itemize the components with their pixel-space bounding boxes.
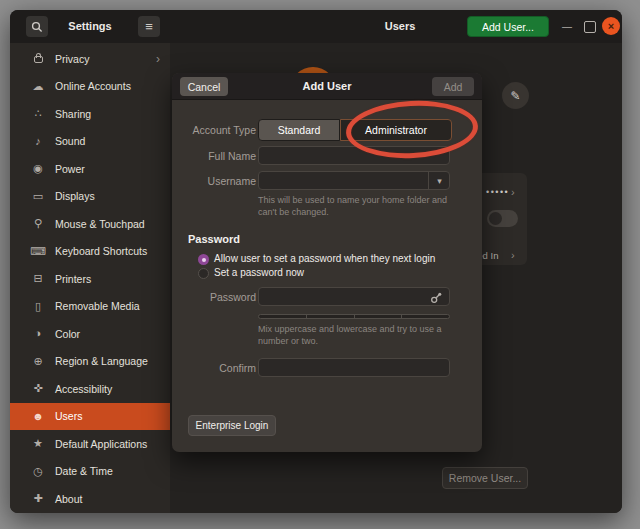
music-note-icon: ♪	[30, 136, 46, 147]
hamburger-menu-icon: ≡	[145, 19, 153, 34]
account-type-standard-button[interactable]: Standard	[258, 119, 340, 141]
remove-user-button[interactable]: Remove User...	[442, 467, 528, 489]
password-input[interactable]	[258, 287, 450, 306]
globe-icon: ⊕	[30, 356, 46, 367]
mouse-icon: ⚲	[30, 218, 46, 229]
chevron-right-icon: ›	[511, 249, 515, 261]
password-dots: •••••	[486, 187, 509, 197]
pencil-icon: ✎	[510, 89, 520, 103]
sidebar-item-sharing[interactable]: ∴ Sharing	[10, 100, 170, 128]
chevron-right-icon: ›	[511, 186, 515, 198]
printer-icon: ⊟	[30, 273, 46, 284]
add-user-button[interactable]: Add User...	[467, 16, 549, 37]
sidebar-item-privacy[interactable]: Privacy ›	[10, 45, 170, 73]
cancel-button[interactable]: Cancel	[180, 77, 228, 96]
lock-icon	[30, 52, 46, 65]
radio-set-password-now[interactable]	[198, 268, 209, 279]
sidebar-item-sound[interactable]: ♪ Sound	[10, 128, 170, 156]
radio-set-password-next-login[interactable]	[198, 254, 209, 265]
keyboard-icon: ⌨	[30, 246, 46, 257]
sidebar-item-region-language[interactable]: ⊕ Region & Language	[10, 348, 170, 376]
sidebar-item-color[interactable]: ◑ Color	[10, 320, 170, 348]
password-label: Password	[172, 291, 256, 303]
username-dropdown-button[interactable]: ▾	[428, 171, 450, 190]
sidebar-item-users[interactable]: ☻ Users	[10, 403, 170, 431]
monitor-icon: ▭	[30, 191, 46, 202]
sidebar-item-online-accounts[interactable]: ☁ Online Accounts	[10, 73, 170, 101]
username-label: Username	[172, 175, 256, 187]
full-name-label: Full Name	[172, 150, 256, 162]
sidebar-item-mouse-touchpad[interactable]: ⚲ Mouse & Touchpad	[10, 210, 170, 238]
sidebar-item-displays[interactable]: ▭ Displays	[10, 183, 170, 211]
account-type-label: Account Type	[172, 124, 256, 136]
edit-avatar-button[interactable]: ✎	[502, 82, 529, 109]
confirm-label: Confirm	[172, 362, 256, 374]
cloud-icon: ☁	[30, 81, 46, 92]
username-hint: This will be used to name your home fold…	[258, 194, 456, 218]
password-section-title: Password	[188, 233, 240, 245]
sidebar: Privacy › ☁ Online Accounts ∴ Sharing ♪ …	[10, 43, 170, 513]
radio-label-password-now: Set a password now	[214, 267, 304, 278]
radio-label-next-login: Allow user to set a password when they n…	[214, 253, 435, 264]
generate-password-icon	[430, 291, 443, 304]
power-icon: ◉	[30, 163, 46, 174]
clock-icon: ◷	[30, 466, 46, 477]
close-button[interactable]: ×	[602, 17, 620, 35]
password-strength-meter	[258, 314, 450, 319]
generate-password-button[interactable]	[430, 290, 444, 304]
accessibility-icon: ✜	[30, 383, 46, 394]
sidebar-item-about[interactable]: ✚ About	[10, 485, 170, 513]
settings-window: Settings ≡ Users Add User... — × Privacy…	[10, 10, 622, 513]
chevron-down-icon: ▾	[437, 176, 442, 186]
sidebar-item-printers[interactable]: ⊟ Printers	[10, 265, 170, 293]
share-icon: ∴	[30, 108, 46, 119]
maximize-button[interactable]	[584, 21, 596, 33]
color-wheel-icon: ◑	[30, 328, 46, 339]
toggle-knob	[489, 212, 502, 225]
sidebar-item-removable-media[interactable]: ▯ Removable Media	[10, 293, 170, 321]
username-input[interactable]	[258, 171, 450, 190]
automatic-login-toggle[interactable]	[487, 210, 518, 227]
sidebar-item-accessibility[interactable]: ✜ Accessibility	[10, 375, 170, 403]
dialog-header: Add User Cancel Add	[172, 73, 482, 100]
sidebar-item-keyboard-shortcuts[interactable]: ⌨ Keyboard Shortcuts	[10, 238, 170, 266]
hamburger-menu-button[interactable]: ≡	[138, 16, 160, 37]
sidebar-item-power[interactable]: ◉ Power	[10, 155, 170, 183]
sidebar-item-default-applications[interactable]: ★ Default Applications	[10, 430, 170, 458]
enterprise-login-button[interactable]: Enterprise Login	[188, 415, 276, 436]
usb-drive-icon: ▯	[30, 301, 46, 312]
starburst-icon: ✚	[30, 493, 46, 504]
password-hint: Mix uppercase and lowercase and try to u…	[258, 323, 456, 347]
confirm-password-input[interactable]	[258, 358, 450, 377]
sidebar-item-date-time[interactable]: ◷ Date & Time	[10, 458, 170, 486]
user-icon: ☻	[30, 411, 46, 422]
minimize-button[interactable]: —	[559, 18, 575, 34]
add-button[interactable]: Add	[432, 77, 474, 96]
chevron-right-icon: ›	[156, 52, 160, 66]
header-bar: Settings ≡ Users Add User... — ×	[10, 10, 622, 44]
star-icon: ★	[30, 438, 46, 449]
